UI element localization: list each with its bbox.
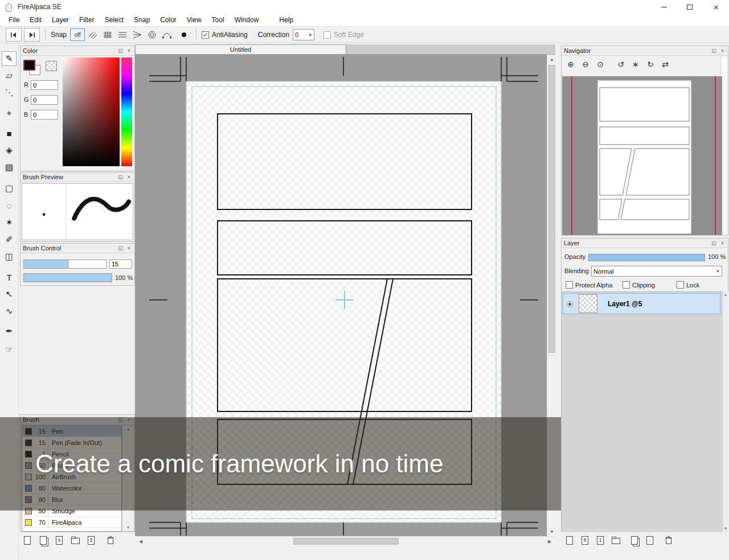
tool-move[interactable]: ⌖ [2, 106, 17, 121]
tool-lasso[interactable]: ◌ [2, 198, 17, 213]
add-8bit-layer-button[interactable]: 8 [579, 534, 591, 546]
close-panel-icon[interactable]: × [126, 174, 132, 180]
color-panel-header[interactable]: Color ◱ × [21, 46, 134, 56]
tool-magic-wand[interactable]: ✶ [2, 215, 17, 230]
menu-select[interactable]: Select [100, 15, 129, 25]
rotate-ccw-button[interactable]: ↺ [614, 57, 628, 71]
snap-grid-button[interactable] [101, 28, 114, 41]
scroll-down-icon[interactable]: ▼ [724, 525, 728, 532]
menu-snap[interactable]: Snap [129, 15, 155, 25]
float-panel-icon[interactable]: ◱ [117, 48, 124, 53]
scroll-left-icon[interactable]: ◀ [136, 537, 145, 546]
snap-lines-button[interactable] [116, 28, 129, 41]
tool-gradient[interactable]: ▨ [2, 160, 17, 175]
add-1bit-layer-button[interactable]: 1 [595, 534, 606, 546]
brush-size-input[interactable] [109, 260, 132, 269]
snap-point-button[interactable] [177, 28, 191, 41]
tool-eyedropper[interactable]: ✒ [2, 324, 17, 339]
menu-view[interactable]: View [182, 15, 207, 25]
lock-checkbox[interactable] [677, 281, 684, 289]
history-prev-button[interactable] [6, 28, 22, 42]
brush-size-slider[interactable] [23, 260, 107, 269]
snap-curve-button[interactable] [160, 28, 174, 41]
navigator-preview[interactable] [562, 76, 722, 235]
zoom-out-button[interactable]: ⊖ [579, 57, 592, 71]
new-canvas-button[interactable] [22, 534, 33, 546]
float-panel-icon[interactable]: ◱ [117, 245, 124, 251]
menu-filter[interactable]: Filter [74, 15, 100, 25]
float-panel-icon[interactable]: ◱ [711, 240, 717, 246]
hue-strip[interactable] [121, 57, 132, 166]
minimize-button[interactable] [651, 0, 677, 14]
float-panel-icon[interactable]: ◱ [117, 174, 124, 180]
scroll-up-icon[interactable]: ▲ [724, 291, 728, 298]
layer-list-scrollbar[interactable]: ▲ ▼ [722, 291, 728, 532]
close-panel-icon[interactable]: × [126, 48, 132, 53]
scroll-down-icon[interactable]: ▼ [547, 527, 556, 536]
tool-select-rect[interactable]: ▢ [2, 181, 17, 196]
add-layer-button[interactable] [564, 534, 575, 546]
flip-button[interactable]: ⇄ [658, 57, 672, 71]
tool-hand[interactable]: ☞ [2, 342, 17, 357]
menu-color[interactable]: Color [155, 15, 182, 25]
snap-parallel-button[interactable] [86, 28, 100, 41]
tool-eraser[interactable]: ▱ [2, 68, 17, 83]
scroll-right-icon[interactable]: ▶ [545, 537, 554, 546]
layer-opacity-slider[interactable] [588, 254, 705, 261]
duplicate-layer-button[interactable] [629, 534, 640, 546]
blending-select[interactable]: Normal ▼ [591, 266, 722, 277]
new-from-clipboard-button[interactable] [38, 534, 49, 546]
g-input[interactable] [31, 95, 58, 105]
export-button[interactable]: ↥ [85, 534, 97, 546]
soft-edge-checkbox[interactable] [323, 31, 331, 39]
brush-control-header[interactable]: Brush Control ◱ × [21, 244, 134, 253]
add-folder-button[interactable] [610, 534, 621, 546]
correction-select[interactable]: 0 ▼ [293, 29, 314, 40]
save-button[interactable]: s [54, 534, 65, 546]
layer-row-selected[interactable]: Layer1 @5 [563, 293, 720, 314]
rotate-cw-button[interactable]: ↻ [644, 57, 657, 71]
menu-tool[interactable]: Tool [207, 15, 230, 25]
foreground-color-swatch[interactable] [23, 60, 35, 71]
r-input[interactable] [31, 80, 58, 90]
merge-down-button[interactable]: ↓ [644, 534, 656, 546]
brush-item[interactable]: 70FireAlpaca [22, 517, 121, 528]
clipping-checkbox[interactable] [622, 281, 630, 289]
close-panel-icon[interactable]: × [719, 240, 726, 246]
tab-untitled[interactable]: Untitled [135, 44, 346, 55]
tool-operation[interactable]: ↖ [2, 287, 17, 302]
tool-select-pen[interactable]: ✐ [2, 232, 17, 247]
delete-canvas-button[interactable] [105, 534, 116, 546]
close-panel-icon[interactable]: × [719, 48, 726, 53]
zoom-reset-button[interactable]: ⊙ [593, 57, 607, 71]
vertical-scroll-thumb[interactable] [548, 65, 555, 353]
delete-layer-button[interactable] [663, 534, 674, 546]
tool-select-eraser[interactable]: ◫ [2, 249, 17, 264]
layer-panel-header[interactable]: Layer ◱ × [562, 238, 728, 248]
menu-layer[interactable]: Layer [47, 15, 74, 25]
open-folder-button[interactable] [69, 534, 81, 546]
menu-window[interactable]: Window [230, 15, 264, 25]
snap-off-button[interactable]: off [70, 28, 85, 41]
snap-concentric-button[interactable] [145, 28, 159, 41]
brush-opacity-slider[interactable] [23, 273, 112, 282]
horizontal-scroll-thumb[interactable] [293, 538, 399, 545]
tool-bucket[interactable]: ◈ [2, 143, 17, 158]
maximize-button[interactable] [677, 0, 702, 14]
menu-edit[interactable]: Edit [24, 15, 47, 25]
protect-alpha-checkbox[interactable] [566, 281, 573, 289]
layer-visibility-icon[interactable] [567, 301, 573, 307]
menu-help[interactable]: Help [274, 15, 298, 25]
zoom-in-button[interactable]: ⊕ [564, 57, 578, 71]
tool-symmetry[interactable]: ⋱ [2, 85, 17, 100]
antialiasing-checkbox[interactable]: ✓ [202, 31, 209, 39]
tool-fill-rect[interactable]: ■ [2, 126, 17, 141]
scroll-down-icon[interactable]: ▼ [126, 524, 130, 531]
close-button[interactable]: × [703, 0, 729, 14]
history-next-button[interactable] [24, 28, 40, 42]
reset-rotation-button[interactable]: ∗ [629, 57, 642, 71]
b-input[interactable] [31, 110, 58, 120]
tool-text[interactable]: T [2, 270, 17, 285]
float-panel-icon[interactable]: ◱ [711, 48, 717, 53]
brush-preview-header[interactable]: Brush Preview ◱ × [21, 172, 134, 182]
